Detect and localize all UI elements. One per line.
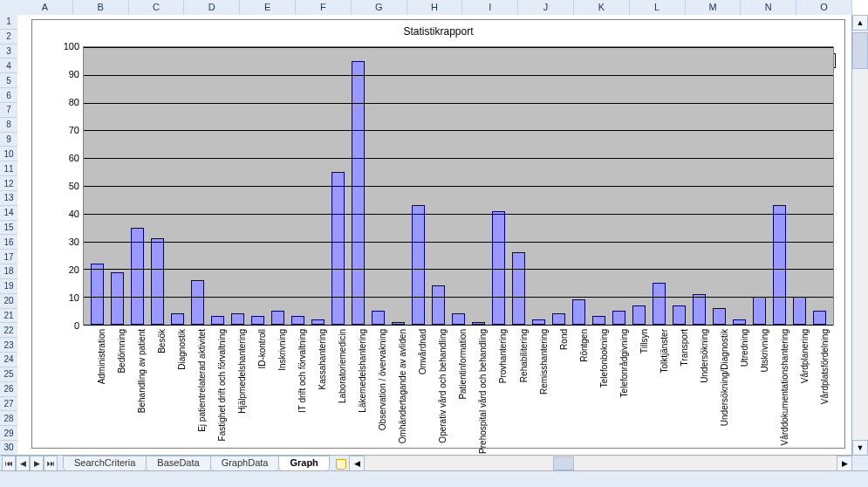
bar[interactable] (191, 280, 203, 325)
bar[interactable] (452, 313, 464, 325)
column-header[interactable]: O (796, 0, 852, 15)
sheet-tab-graphdata[interactable]: GraphData (210, 456, 280, 471)
row-header[interactable]: 23 (0, 338, 17, 353)
column-header[interactable]: F (296, 0, 352, 15)
bar[interactable] (512, 252, 524, 325)
row-header[interactable]: 15 (0, 221, 17, 236)
row-header[interactable]: 3 (0, 45, 17, 59)
bar[interactable] (612, 311, 625, 325)
bar[interactable] (432, 285, 444, 325)
bar[interactable] (572, 299, 584, 325)
sheet-tab-searchcriteria[interactable]: SearchCriteria (63, 456, 147, 471)
tab-prev-button[interactable]: ◀ (16, 456, 30, 471)
bar[interactable] (673, 305, 685, 325)
bar[interactable] (592, 316, 605, 325)
row-header[interactable]: 30 (0, 441, 17, 456)
column-header[interactable]: H (407, 0, 463, 15)
row-header[interactable]: 27 (0, 397, 17, 412)
bar[interactable] (412, 205, 424, 325)
column-header[interactable]: N (741, 0, 796, 15)
row-header[interactable]: 20 (0, 294, 17, 309)
row-header[interactable]: 9 (0, 133, 17, 147)
column-header[interactable]: A (17, 0, 73, 15)
bar[interactable] (331, 172, 344, 325)
row-header[interactable]: 11 (0, 161, 17, 176)
hscroll-track[interactable] (365, 456, 837, 470)
bar[interactable] (793, 297, 805, 325)
column-header[interactable]: C (129, 0, 185, 15)
row-header[interactable]: 17 (0, 250, 17, 264)
bar[interactable] (753, 297, 765, 325)
tab-last-button[interactable]: ⏭ (44, 456, 58, 471)
bar[interactable] (251, 316, 263, 325)
scroll-up-icon[interactable]: ▲ (852, 15, 868, 31)
row-header[interactable]: 29 (0, 426, 17, 441)
bar[interactable] (111, 272, 123, 325)
bar[interactable] (231, 313, 243, 325)
x-axis-labels: AdministrationBedömningBehandling av pat… (83, 327, 834, 444)
bar[interactable] (372, 311, 384, 325)
row-header[interactable]: 26 (0, 382, 17, 397)
row-header[interactable]: 16 (0, 235, 17, 250)
column-header[interactable]: M (686, 0, 742, 15)
scroll-right-icon[interactable]: ▶ (837, 456, 852, 471)
vscroll-thumb[interactable] (852, 32, 868, 69)
row-header[interactable]: 1 (0, 15, 17, 30)
insert-sheet-icon[interactable] (334, 457, 350, 470)
scroll-down-icon[interactable]: ▼ (852, 440, 868, 456)
sheet-tab-basedata[interactable]: BaseData (146, 456, 210, 471)
tab-first-button[interactable]: ⏮ (2, 456, 16, 471)
bar[interactable] (171, 313, 183, 325)
select-all-corner[interactable] (0, 0, 18, 16)
column-header[interactable]: L (630, 0, 686, 15)
row-header[interactable]: 5 (0, 73, 17, 88)
bar[interactable] (151, 238, 163, 325)
bar[interactable] (211, 316, 223, 325)
row-header[interactable]: 8 (0, 118, 17, 133)
column-header[interactable]: J (518, 0, 574, 15)
bar[interactable] (271, 311, 284, 325)
bar[interactable] (492, 211, 504, 325)
row-header[interactable]: 7 (0, 103, 17, 118)
vertical-scrollbar[interactable]: ▲ ▼ (851, 15, 868, 456)
row-header[interactable]: 13 (0, 191, 17, 206)
bar[interactable] (352, 61, 364, 325)
column-header[interactable]: E (240, 0, 296, 15)
row-header[interactable]: 19 (0, 279, 17, 294)
sheet-tab-graph[interactable]: Graph (278, 456, 329, 471)
row-header[interactable]: 22 (0, 323, 17, 338)
column-header[interactable]: I (462, 0, 518, 15)
bar[interactable] (773, 205, 785, 325)
row-header[interactable]: 6 (0, 88, 17, 103)
x-label-slot: Operativ vård och behandling (428, 327, 448, 444)
scroll-left-icon[interactable]: ◀ (349, 456, 365, 471)
column-header[interactable]: K (574, 0, 630, 15)
bar[interactable] (632, 305, 645, 325)
vscroll-track[interactable] (852, 31, 868, 440)
row-header[interactable]: 4 (0, 58, 17, 73)
horizontal-scrollbar[interactable]: ◀ ▶ (349, 455, 852, 471)
hscroll-thumb[interactable] (553, 456, 574, 470)
embedded-chart[interactable]: Statistikrapport Antal registreringar 01… (31, 19, 845, 449)
bar[interactable] (693, 294, 705, 325)
tab-next-button[interactable]: ▶ (30, 456, 44, 471)
column-header[interactable]: G (352, 0, 407, 15)
row-header[interactable]: 12 (0, 176, 17, 191)
row-header[interactable]: 10 (0, 147, 17, 161)
bar[interactable] (291, 316, 304, 325)
row-header[interactable]: 21 (0, 309, 17, 324)
column-header[interactable]: B (73, 0, 129, 15)
row-header[interactable]: 25 (0, 367, 17, 382)
row-header[interactable]: 18 (0, 264, 17, 279)
bar[interactable] (552, 313, 564, 325)
row-header[interactable]: 14 (0, 206, 17, 221)
column-header[interactable]: D (184, 0, 240, 15)
row-header[interactable]: 2 (0, 30, 17, 45)
row-header[interactable]: 28 (0, 411, 17, 426)
bar[interactable] (713, 308, 725, 325)
bar[interactable] (813, 311, 825, 325)
row-header[interactable]: 24 (0, 353, 17, 367)
bar[interactable] (91, 264, 103, 325)
y-tick-label: 90 (57, 69, 79, 79)
bar[interactable] (653, 283, 665, 325)
